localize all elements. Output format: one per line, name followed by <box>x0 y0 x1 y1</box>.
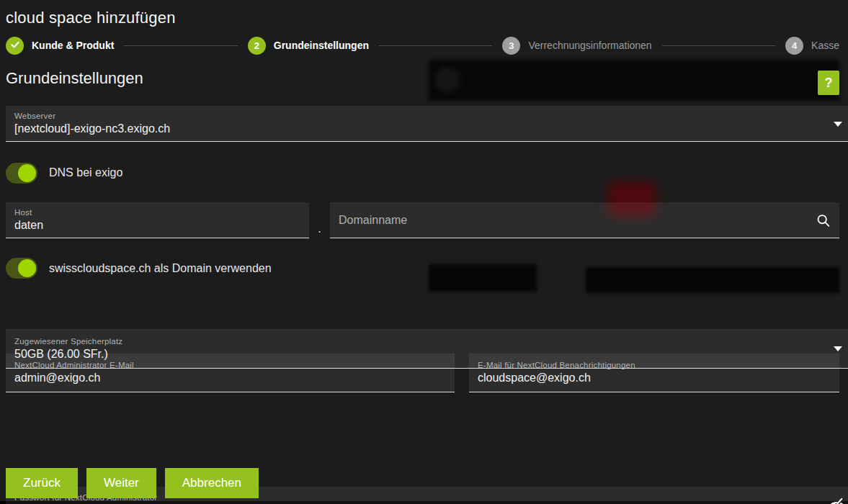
email-row: NextCloud Administrator E-Mail E-Mail fü… <box>6 354 839 392</box>
admin-email-label: NextCloud Administrator E-Mail <box>14 361 423 369</box>
webserver-label: Webserver <box>14 112 822 120</box>
notification-email-label: E-Mail für NextCloud Benachrichtigungen <box>478 361 808 369</box>
notification-email-field: E-Mail für NextCloud Benachrichtigungen <box>469 354 839 392</box>
step-kasse[interactable]: 4 Kasse <box>785 37 839 55</box>
host-domain-row: Host . <box>6 202 839 238</box>
swisscloud-toggle-label: swisscloudspace.ch als Domain verwenden <box>49 262 272 275</box>
storage-label: Zugewiesener Speicherplatz <box>14 337 822 346</box>
background-artifact-topbar <box>429 60 839 101</box>
background-artifact-box-left <box>429 264 537 292</box>
dns-toggle[interactable] <box>6 163 37 184</box>
background-artifact-avatar <box>434 67 460 93</box>
toggle-knob <box>18 164 36 182</box>
domainname-input[interactable] <box>339 214 808 227</box>
swisscloud-toggle-row: swisscloudspace.ch als Domain verwenden <box>6 257 272 279</box>
wizard-stepper: Kunde & Produkt 2 Grundeinstellungen 3 V… <box>6 35 839 56</box>
background-artifact-box-right <box>586 267 839 293</box>
next-button[interactable]: Weiter <box>86 468 156 498</box>
add-cloud-space-dialog: cloud space hinzufügen Kunde & Produkt 2… <box>0 0 848 504</box>
stepper-connector <box>379 45 492 46</box>
step-1-circle <box>6 37 24 55</box>
caret-down-icon <box>834 122 842 127</box>
domainname-field <box>330 202 839 238</box>
host-input[interactable] <box>14 219 277 232</box>
step-verrechnungsinformationen[interactable]: 3 Verrechnungsinformationen <box>502 37 651 55</box>
stepper-connector <box>662 45 775 46</box>
step-1-label: Kunde & Produkt <box>32 40 114 51</box>
host-label: Host <box>14 208 277 217</box>
step-kunde-produkt[interactable]: Kunde & Produkt <box>6 37 114 55</box>
notification-email-input[interactable] <box>478 372 808 384</box>
step-3-label: Verrechnungsinformationen <box>528 40 651 51</box>
dns-toggle-label: DNS bei exigo <box>49 166 122 179</box>
dns-toggle-row: DNS bei exigo <box>6 162 122 184</box>
swisscloud-toggle[interactable] <box>6 258 37 279</box>
help-button[interactable]: ? <box>818 71 839 95</box>
admin-email-field: NextCloud Administrator E-Mail <box>6 354 455 392</box>
eye-off-icon[interactable] <box>829 496 845 504</box>
dialog-title: cloud space hinzufügen <box>6 9 176 27</box>
step-4-circle: 4 <box>785 37 803 55</box>
cancel-button[interactable]: Abbrechen <box>165 468 259 498</box>
webserver-value: [nextcloud]-exigo-nc3.exigo.ch <box>14 122 822 135</box>
host-field: Host <box>6 202 309 238</box>
admin-email-input[interactable] <box>14 372 423 384</box>
action-buttons: Zurück Weiter Abbrechen <box>6 468 259 498</box>
host-domain-separator: . <box>309 202 330 238</box>
step-grundeinstellungen[interactable]: 2 Grundeinstellungen <box>248 37 369 55</box>
step-4-label: Kasse <box>811 40 839 51</box>
step-2-circle: 2 <box>248 37 266 55</box>
step-2-label: Grundeinstellungen <box>274 40 369 51</box>
toggle-knob <box>18 259 36 277</box>
webserver-select[interactable]: Webserver [nextcloud]-exigo-nc3.exigo.ch <box>6 106 848 142</box>
step-3-circle: 3 <box>502 37 520 55</box>
stepper-connector <box>124 45 237 46</box>
back-button[interactable]: Zurück <box>6 468 78 498</box>
check-icon <box>10 40 20 52</box>
email-gap <box>455 354 469 392</box>
caret-down-icon <box>834 346 842 351</box>
search-icon[interactable] <box>816 212 831 228</box>
section-heading: Grundeinstellungen <box>6 69 143 88</box>
